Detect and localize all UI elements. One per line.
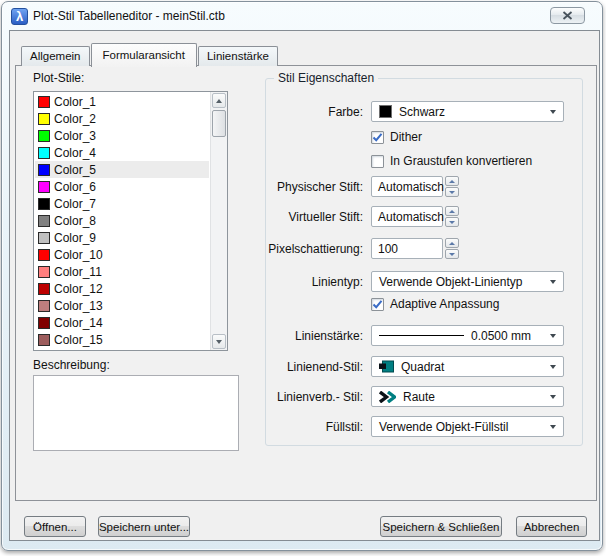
spin-down-icon bbox=[449, 221, 455, 224]
scroll-up-icon bbox=[216, 99, 222, 103]
linienverb-label: Linienverb.- Stil: bbox=[277, 390, 363, 404]
list-item[interactable]: Color_4 bbox=[35, 144, 209, 161]
virtueller-stift-value: Automatisch bbox=[378, 210, 444, 224]
dialog-client-area: Allgemein Formularansicht Linienstärke P… bbox=[9, 30, 600, 541]
plot-style-name: Color_5 bbox=[54, 163, 96, 177]
list-item[interactable]: Color_1 bbox=[35, 93, 209, 110]
list-item[interactable]: Color_9 bbox=[35, 229, 209, 246]
pixelschattierung-spinner bbox=[445, 238, 459, 259]
color-swatch bbox=[38, 130, 50, 142]
plot-style-name: Color_4 bbox=[54, 146, 96, 160]
save-and-close-button[interactable]: Speichern & Schließen bbox=[380, 516, 502, 537]
linienverb-combobox[interactable]: Raute bbox=[371, 386, 564, 407]
scroll-down-button[interactable] bbox=[212, 334, 226, 349]
spin-up-button[interactable] bbox=[445, 176, 459, 186]
virtueller-stift-field[interactable]: Automatisch bbox=[371, 206, 443, 227]
list-item[interactable]: Color_11 bbox=[35, 263, 209, 280]
linienend-combobox[interactable]: Quadrat bbox=[371, 356, 564, 377]
pixelschattierung-field[interactable]: 100 bbox=[371, 238, 443, 259]
spin-down-button[interactable] bbox=[445, 187, 459, 197]
fuellstil-value: Verwende Objekt-Füllstil bbox=[379, 420, 508, 434]
color-swatch bbox=[38, 215, 50, 227]
spin-up-icon bbox=[449, 210, 455, 213]
pixelschattierung-value: 100 bbox=[378, 242, 398, 256]
scroll-down-icon bbox=[216, 340, 222, 344]
color-swatch bbox=[38, 198, 50, 210]
close-button[interactable] bbox=[550, 7, 585, 24]
title-bar[interactable]: λ Plot-Stil Tabelleneditor - meinStil.ct… bbox=[2, 2, 602, 30]
list-item[interactable]: Color_3 bbox=[35, 127, 209, 144]
graustufen-label: In Graustufen konvertieren bbox=[390, 155, 532, 168]
color-swatch bbox=[38, 283, 50, 295]
spin-up-button[interactable] bbox=[445, 206, 459, 216]
list-item[interactable]: Color_13 bbox=[35, 297, 209, 314]
spin-down-button[interactable] bbox=[445, 249, 459, 259]
open-button[interactable]: Öffnen... bbox=[24, 516, 86, 537]
list-item[interactable]: Color_15 bbox=[35, 331, 209, 348]
scrollbar-thumb[interactable] bbox=[212, 110, 226, 137]
list-item[interactable]: Color_10 bbox=[35, 246, 209, 263]
spin-down-button[interactable] bbox=[445, 217, 459, 227]
check-icon bbox=[372, 132, 383, 143]
list-item-selected[interactable]: Color_5 bbox=[35, 161, 209, 178]
plot-style-name: Color_10 bbox=[54, 248, 103, 262]
diamond-join-icon bbox=[379, 391, 396, 403]
plot-style-name: Color_14 bbox=[54, 316, 103, 330]
plot-styles-label: Plot-Stile: bbox=[33, 71, 84, 85]
checkbox-box bbox=[371, 131, 384, 144]
farbe-swatch bbox=[379, 105, 392, 118]
color-swatch bbox=[38, 164, 50, 176]
fuellstil-combobox[interactable]: Verwende Objekt-Füllstil bbox=[371, 416, 564, 437]
dither-checkbox[interactable]: Dither bbox=[371, 131, 422, 144]
spin-up-icon bbox=[449, 180, 455, 183]
scroll-up-button[interactable] bbox=[212, 93, 226, 108]
list-scrollbar[interactable] bbox=[210, 92, 227, 350]
plot-style-name: Color_1 bbox=[54, 95, 96, 109]
graustufen-checkbox[interactable]: In Graustufen konvertieren bbox=[371, 155, 532, 168]
list-item[interactable]: Color_6 bbox=[35, 178, 209, 195]
spin-up-button[interactable] bbox=[445, 238, 459, 248]
virtueller-stift-spinner bbox=[445, 206, 459, 227]
farbe-value: Schwarz bbox=[399, 105, 445, 119]
color-swatch bbox=[38, 113, 50, 125]
farbe-combobox[interactable]: Schwarz bbox=[371, 101, 564, 122]
list-item[interactable]: Color_8 bbox=[35, 212, 209, 229]
pixelschattierung-label: Pixelschattierung: bbox=[268, 242, 363, 256]
color-swatch bbox=[38, 300, 50, 312]
linienstaerke-combobox[interactable]: 0.0500 mm bbox=[371, 325, 564, 346]
tab-linienstaerke[interactable]: Linienstärke bbox=[198, 46, 278, 66]
dialog-window: λ Plot-Stil Tabelleneditor - meinStil.ct… bbox=[1, 1, 603, 551]
fuellstil-label: Füllstil: bbox=[326, 420, 363, 434]
description-textarea[interactable] bbox=[33, 375, 239, 451]
linientyp-value: Verwende Objekt-Linientyp bbox=[379, 275, 522, 289]
description-label: Beschreibung: bbox=[33, 358, 110, 372]
plot-style-name: Color_8 bbox=[54, 214, 96, 228]
color-swatch bbox=[38, 181, 50, 193]
close-icon bbox=[562, 11, 573, 20]
list-item[interactable]: Color_2 bbox=[35, 110, 209, 127]
farbe-label: Farbe: bbox=[328, 105, 363, 119]
linientyp-label: Linientyp: bbox=[312, 275, 363, 289]
list-item[interactable]: Color_14 bbox=[35, 314, 209, 331]
linienverb-value: Raute bbox=[403, 390, 435, 404]
plot-style-name: Color_7 bbox=[54, 197, 96, 211]
color-swatch bbox=[38, 317, 50, 329]
check-icon bbox=[372, 299, 383, 310]
physischer-stift-field[interactable]: Automatisch bbox=[371, 176, 443, 197]
cancel-button[interactable]: Abbrechen bbox=[516, 516, 587, 537]
save-as-button[interactable]: Speichern unter... bbox=[98, 516, 190, 537]
tab-formularansicht[interactable]: Formularansicht bbox=[91, 43, 197, 67]
plot-style-rows: Color_1 Color_2 Color_3 Color_4 Color_5 bbox=[35, 93, 209, 349]
color-swatch bbox=[38, 334, 50, 346]
screenshot-stage: λ Plot-Stil Tabelleneditor - meinStil.ct… bbox=[0, 0, 606, 556]
tab-allgemein[interactable]: Allgemein bbox=[21, 46, 90, 66]
plot-style-name: Color_15 bbox=[54, 333, 103, 347]
plot-style-name: Color_13 bbox=[54, 299, 103, 313]
chevron-down-icon bbox=[550, 280, 556, 284]
linientyp-combobox[interactable]: Verwende Objekt-Linientyp bbox=[371, 271, 564, 292]
linienstaerke-label: Linienstärke: bbox=[295, 329, 363, 343]
adaptive-checkbox[interactable]: Adaptive Anpassung bbox=[371, 298, 499, 311]
list-item[interactable]: Color_12 bbox=[35, 280, 209, 297]
list-item[interactable]: Color_7 bbox=[35, 195, 209, 212]
linienend-value: Quadrat bbox=[401, 360, 444, 374]
